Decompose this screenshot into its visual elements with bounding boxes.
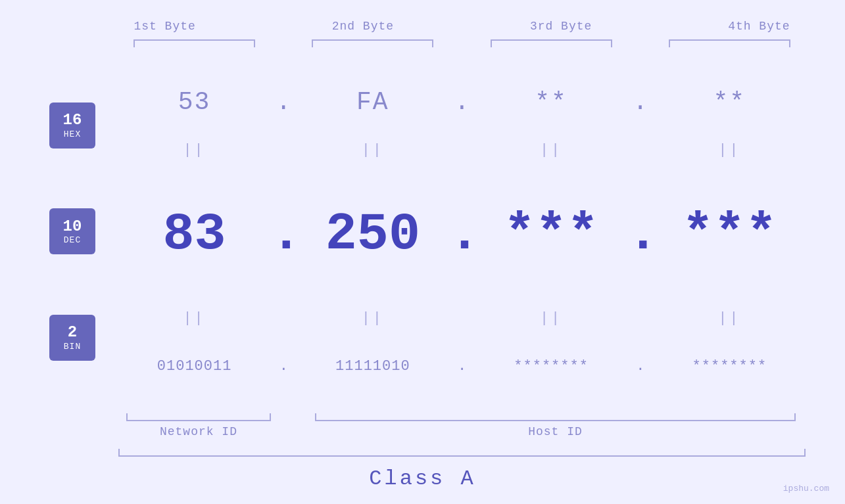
bracket-top-2 bbox=[297, 39, 448, 53]
host-id-label: Host ID bbox=[305, 425, 806, 438]
equals-row-2: || || || || bbox=[118, 307, 806, 331]
bin-badge-num: 2 bbox=[68, 324, 77, 341]
bin-sep2: . bbox=[449, 358, 475, 375]
network-bracket bbox=[118, 408, 279, 421]
badges-column: 16 HEX 10 DEC 2 BIN bbox=[39, 66, 118, 444]
bin-b3: ******** bbox=[475, 358, 627, 375]
hex-b1-value: 53 bbox=[178, 88, 211, 116]
bin-b1: 01010011 bbox=[118, 358, 270, 375]
hex-b2-value: FA bbox=[356, 88, 389, 116]
hex-row: 53 . FA . ** . ** bbox=[118, 66, 806, 138]
labels-row: Network ID Host ID bbox=[118, 425, 806, 438]
hex-b4: ** bbox=[654, 88, 806, 116]
hex-b2: FA bbox=[297, 88, 448, 116]
bin-badge: 2 BIN bbox=[49, 315, 95, 361]
dec-b1-value: 83 bbox=[163, 204, 226, 264]
bin-row: 01010011 . 11111010 . ******** . bbox=[118, 331, 806, 403]
dec-sep3: . bbox=[627, 204, 654, 264]
full-bracket-line bbox=[118, 449, 806, 457]
eq1-b3: || bbox=[475, 142, 627, 158]
dec-badge: 10 DEC bbox=[49, 208, 95, 254]
hex-sep1: . bbox=[270, 88, 297, 116]
eq2-b3: || bbox=[475, 310, 627, 327]
byte4-header: 4th Byte bbox=[673, 20, 845, 33]
bracket-top-4 bbox=[654, 39, 806, 53]
dec-b4: *** bbox=[654, 204, 806, 264]
main-grid: 16 HEX 10 DEC 2 BIN 53 . bbox=[39, 66, 806, 444]
bin-b2-value: 11111010 bbox=[335, 358, 410, 375]
dec-badge-num: 10 bbox=[63, 218, 82, 235]
bin-b1-value: 01010011 bbox=[157, 358, 232, 375]
bin-b4-value: ******** bbox=[692, 358, 767, 375]
values-grid: 53 . FA . ** . ** bbox=[118, 66, 806, 444]
main-container: 1st Byte 2nd Byte 3rd Byte 4th Byte 16 bbox=[0, 0, 845, 504]
eq1-b1: || bbox=[118, 142, 270, 158]
hex-badge: 16 HEX bbox=[49, 103, 95, 149]
eq2-b1: || bbox=[118, 310, 270, 327]
bottom-bracket-row bbox=[118, 408, 806, 421]
bin-b2: 11111010 bbox=[297, 358, 448, 375]
hex-badge-label: HEX bbox=[64, 129, 81, 139]
eq1-b4: || bbox=[654, 142, 806, 158]
bin-b4: ******** bbox=[654, 358, 806, 375]
dec-row: 83 . 250 . *** . *** bbox=[118, 162, 806, 307]
network-id-label: Network ID bbox=[118, 425, 279, 438]
hex-b1: 53 bbox=[118, 88, 270, 116]
host-bracket bbox=[305, 408, 806, 421]
hex-sep2: . bbox=[449, 88, 475, 116]
hex-sep3: . bbox=[627, 88, 654, 116]
hex-b3-value: ** bbox=[535, 88, 567, 116]
dec-sep1: . bbox=[270, 204, 297, 264]
dec-b1: 83 bbox=[118, 204, 270, 264]
bin-sep3: . bbox=[627, 358, 654, 375]
class-label: Class A bbox=[39, 467, 806, 491]
byte2-header: 2nd Byte bbox=[277, 20, 448, 33]
dec-badge-label: DEC bbox=[64, 235, 81, 245]
bin-b3-value: ******** bbox=[514, 358, 589, 375]
dec-sep2: . bbox=[449, 204, 475, 264]
equals-row-1: || || || || bbox=[118, 138, 806, 162]
hex-badge-num: 16 bbox=[63, 112, 82, 129]
eq1-b2: || bbox=[297, 142, 448, 158]
full-bottom-bracket bbox=[118, 444, 806, 457]
bin-sep1: . bbox=[270, 358, 297, 375]
bin-badge-label: BIN bbox=[64, 342, 81, 352]
bracket-top-1 bbox=[118, 39, 270, 53]
watermark: ipshu.com bbox=[783, 484, 829, 493]
bracket-top-3 bbox=[475, 39, 627, 53]
byte3-header: 3rd Byte bbox=[475, 20, 647, 33]
dec-b3: *** bbox=[475, 204, 627, 264]
top-brackets bbox=[118, 39, 806, 53]
dec-b3-value: *** bbox=[504, 204, 598, 264]
dec-b4-value: *** bbox=[682, 204, 777, 264]
eq2-b4: || bbox=[654, 310, 806, 327]
byte1-header: 1st Byte bbox=[79, 20, 251, 33]
hex-b3: ** bbox=[475, 88, 627, 116]
dec-b2-value: 250 bbox=[326, 204, 420, 264]
eq2-b2: || bbox=[297, 310, 448, 327]
byte-headers: 1st Byte 2nd Byte 3rd Byte 4th Byte bbox=[79, 20, 845, 33]
hex-b4-value: ** bbox=[713, 88, 746, 116]
dec-b2: 250 bbox=[297, 204, 448, 264]
